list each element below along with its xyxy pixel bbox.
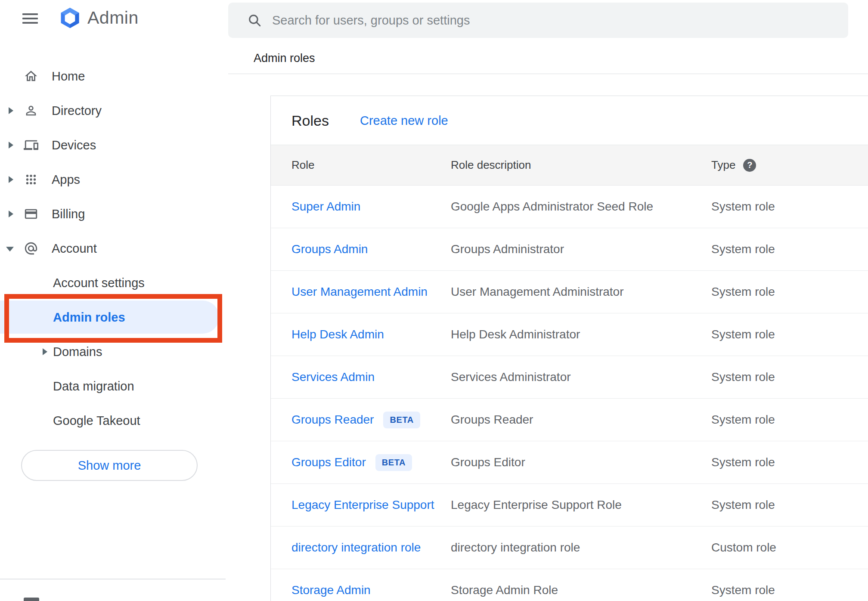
role-link[interactable]: Groups Editor [291,455,366,469]
roles-table-body: Super AdminGoogle Apps Administrator See… [271,186,868,601]
sidebar-item-label: Devices [52,138,96,152]
table-row-help-desk-admin: Help Desk AdminHelp Desk AdministratorSy… [271,313,868,356]
role-cell: Groups ReaderBETA [271,412,451,428]
role-description-cell: User Management Administrator [451,285,711,299]
search-bar[interactable] [228,3,848,38]
google-admin-console: Admin HomeDirectoryDevicesAppsBillingAcc… [0,0,868,601]
sidebar-item-billing[interactable]: Billing [0,197,228,231]
role-cell: Groups Admin [271,242,451,256]
role-description-cell: Groups Reader [451,413,711,427]
person-icon [24,103,38,118]
sidebar-item-apps[interactable]: Apps [0,162,228,197]
sidebar-item-home[interactable]: Home [0,59,228,93]
chevron-down-icon[interactable] [6,247,14,251]
role-type-cell: System role [711,242,868,256]
chevron-right-icon[interactable] [9,142,13,149]
apps-grid-icon [24,172,38,187]
role-link[interactable]: Groups Reader [291,413,374,426]
show-more-button[interactable]: Show more [21,450,198,481]
sidebar-item-account-settings[interactable]: Account settings [0,266,228,300]
role-type-cell: System role [711,285,868,299]
role-cell: Services Admin [271,370,451,384]
column-header-role: Role [271,158,451,172]
sidebar-divider [0,579,226,579]
search-input[interactable] [271,13,848,28]
role-cell: Storage Admin [271,583,451,597]
card-title: Roles [291,112,329,129]
sidebar-item-label: Domains [53,345,102,359]
beta-badge: BETA [375,454,412,471]
sidebar-item-label: Billing [52,207,85,221]
role-link[interactable]: Storage Admin [291,583,371,597]
sidebar-item-admin-roles[interactable]: Admin roles [0,300,228,335]
table-row-groups-editor: Groups EditorBETAGroups EditorSystem rol… [271,441,868,484]
role-type-cell: Custom role [711,541,868,555]
role-description-cell: Services Administrator [451,370,711,384]
table-row-super-admin: Super AdminGoogle Apps Administrator See… [271,186,868,228]
role-type-cell: System role [711,200,868,214]
admin-logo-text: Admin [87,8,139,28]
role-type-cell: System role [711,498,868,512]
role-link[interactable]: Help Desk Admin [291,328,384,341]
partially-visible-icon [24,598,39,601]
role-cell: Legacy Enterprise Support [271,498,451,512]
sidebar-item-google-takeout[interactable]: Google Takeout [0,403,228,438]
role-type-cell: System role [711,328,868,341]
chevron-right-icon[interactable] [43,348,47,355]
beta-badge: BETA [383,412,420,428]
table-row-directory-integration-role: directory integration roledirectory inte… [271,527,868,569]
roles-card: Roles Create new role Role Role descript… [270,96,868,601]
table-row-groups-reader: Groups ReaderBETAGroups ReaderSystem rol… [271,399,868,441]
search-icon [247,13,262,28]
credit-card-icon [24,207,38,221]
column-header-description: Role description [451,158,711,172]
table-row-groups-admin: Groups AdminGroups AdministratorSystem r… [271,228,868,271]
role-type-cell: System role [711,455,868,469]
role-link[interactable]: Super Admin [291,200,360,213]
sidebar-item-devices[interactable]: Devices [0,128,228,162]
role-link[interactable]: Groups Admin [291,242,368,256]
role-description-cell: Google Apps Administrator Seed Role [451,200,711,214]
role-cell: Groups EditorBETA [271,454,451,471]
help-icon[interactable]: ? [743,159,756,172]
sidebar-item-directory[interactable]: Directory [0,93,228,128]
role-cell: directory integration role [271,541,451,555]
table-row-storage-admin: Storage AdminStorage Admin RoleSystem ro… [271,569,868,601]
role-description-cell: Storage Admin Role [451,583,711,597]
chevron-right-icon[interactable] [9,107,13,114]
sidebar-item-domains[interactable]: Domains [0,335,228,369]
sidebar: Admin HomeDirectoryDevicesAppsBillingAcc… [0,0,228,601]
role-link[interactable]: User Management Admin [291,285,428,298]
role-cell: Super Admin [271,200,451,214]
role-description-cell: Groups Administrator [451,242,711,256]
admin-logo-icon [59,7,81,31]
sidebar-item-label: Apps [52,173,80,187]
role-type-cell: System role [711,413,868,427]
roles-card-header: Roles Create new role [271,96,868,145]
role-description-cell: directory integration role [451,541,711,555]
sidebar-item-label: Admin roles [53,310,125,325]
menu-icon[interactable] [22,13,38,25]
devices-icon [24,138,38,152]
role-cell: Help Desk Admin [271,328,451,341]
chevron-right-icon[interactable] [9,211,13,217]
role-description-cell: Groups Editor [451,455,711,469]
chevron-right-icon[interactable] [9,176,13,183]
role-link[interactable]: directory integration role [291,541,421,554]
sidebar-item-data-migration[interactable]: Data migration [0,369,228,403]
sidebar-item-account[interactable]: Account [0,231,228,266]
sidebar-item-label: Account settings [53,276,145,290]
column-header-type: Type ? [711,158,868,172]
role-link[interactable]: Services Admin [291,370,375,384]
table-row-services-admin: Services AdminServices AdministratorSyst… [271,356,868,399]
at-sign-icon [24,241,38,256]
create-new-role-link[interactable]: Create new role [360,113,448,127]
table-row-legacy-enterprise-support: Legacy Enterprise SupportLegacy Enterpri… [271,484,868,527]
role-link[interactable]: Legacy Enterprise Support [291,498,434,511]
role-cell: User Management Admin [271,285,451,299]
table-row-user-management-admin: User Management AdminUser Management Adm… [271,271,868,313]
sidebar-item-label: Directory [52,104,102,118]
role-description-cell: Help Desk Administrator [451,328,711,341]
role-type-cell: System role [711,583,868,597]
sidebar-item-label: Account [52,242,97,256]
